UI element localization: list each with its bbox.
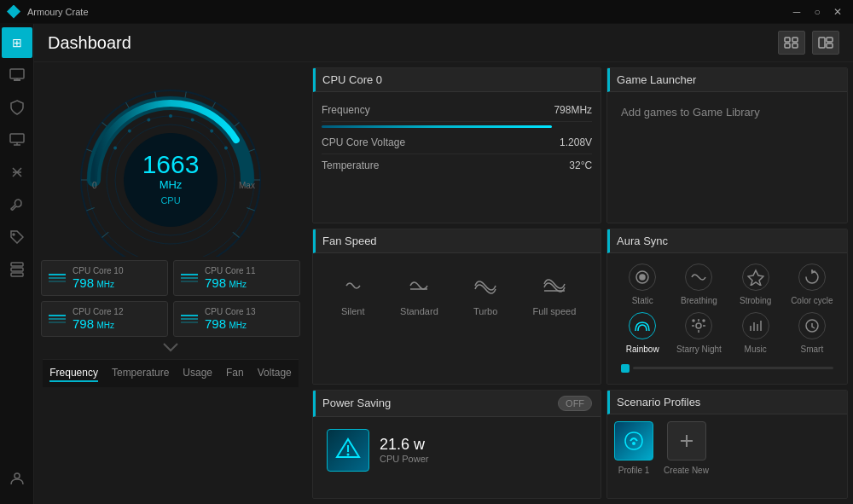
- aura-mode-breathing[interactable]: Breathing: [674, 264, 723, 305]
- middle-panels-row: Fan Speed: [312, 229, 848, 385]
- aura-static-label: Static: [632, 296, 653, 305]
- sidebar-item-tag[interactable]: [2, 222, 32, 252]
- sidebar-item-settings3[interactable]: [2, 189, 32, 220]
- aura-mode-starrynight[interactable]: Starry Night: [674, 312, 723, 354]
- sidebar-item-home[interactable]: ⊞: [2, 27, 32, 58]
- voltage-value: 1.208V: [560, 136, 592, 148]
- main-area: 0 Max 1663 MHz CPU: [34, 62, 853, 504]
- temp-value: 32°C: [569, 159, 592, 171]
- svg-point-37: [113, 146, 117, 150]
- fan-speed-panel: Fan Speed: [312, 229, 601, 385]
- sidebar-item-settings2[interactable]: [2, 157, 32, 188]
- core-11-name: CPU Core 11: [205, 266, 293, 275]
- fan-mode-full[interactable]: Full speed: [533, 270, 577, 316]
- svg-rect-10: [11, 273, 23, 276]
- tab-fan[interactable]: Fan: [226, 365, 244, 382]
- aura-sync-header: Aura Sync: [607, 229, 847, 253]
- svg-rect-12: [785, 38, 790, 42]
- fullspeed-icon: [539, 270, 570, 301]
- aura-mode-rainbow[interactable]: Rainbow: [618, 312, 667, 354]
- minimize-button[interactable]: ─: [788, 3, 805, 20]
- user-icon: [10, 472, 24, 485]
- sidebar-item-device[interactable]: [2, 125, 32, 155]
- cpu-core0-body: Frequency 798MHz CPU Core Voltage 1.208V: [313, 92, 601, 223]
- sidebar-bottom: [2, 463, 32, 501]
- silent-icon: [338, 270, 368, 301]
- svg-rect-17: [827, 38, 833, 42]
- aura-mode-colorcycle[interactable]: Color cycle: [787, 264, 837, 305]
- colorcycle-icon: [798, 264, 826, 291]
- aura-breathing-label: Breathing: [681, 296, 717, 305]
- temp-label: Temperature: [322, 159, 379, 171]
- cpu-core0-header: CPU Core 0: [313, 68, 601, 92]
- maximize-button[interactable]: ○: [809, 3, 826, 20]
- fan-speed-body: Silent: [313, 253, 601, 384]
- create-new-profile[interactable]: Create New: [664, 421, 709, 475]
- power-saving-toggle[interactable]: OFF: [558, 396, 592, 411]
- core-card-12: CPU Core 12 798 MHz: [41, 301, 168, 337]
- breathing-icon: [685, 264, 712, 291]
- aura-sync-panel: Aura Sync: [606, 229, 848, 385]
- profile-1[interactable]: Profile 1: [614, 421, 653, 475]
- music-icon: [742, 312, 769, 339]
- tab-frequency[interactable]: Frequency: [49, 365, 98, 382]
- svg-rect-15: [792, 43, 798, 48]
- aura-slider[interactable]: [614, 361, 840, 376]
- fan-mode-silent[interactable]: Silent: [338, 270, 368, 316]
- cpu-cores-grid: CPU Core 10 798 MHz: [41, 260, 300, 337]
- aura-slider-track: [633, 367, 833, 369]
- profile-1-label: Profile 1: [618, 466, 650, 475]
- game-launcher-panel: Game Launcher Add games to Game Library: [606, 67, 848, 223]
- list-icon: [784, 37, 799, 49]
- tab-usage[interactable]: Usage: [183, 365, 212, 382]
- layout-list-button[interactable]: [778, 31, 805, 55]
- svg-rect-14: [792, 38, 798, 42]
- scenario-header: Scenario Profiles: [607, 391, 847, 414]
- svg-point-69: [632, 442, 635, 445]
- core-12-name: CPU Core 12: [73, 307, 160, 316]
- close-button[interactable]: ✕: [829, 3, 846, 20]
- wrench-icon: [10, 198, 24, 211]
- starrynight-icon: [685, 312, 712, 339]
- profile-1-icon: [614, 421, 653, 461]
- fan-mode-standard[interactable]: Standard: [400, 270, 438, 316]
- expand-chevron[interactable]: [162, 340, 179, 356]
- game-launcher-header: Game Launcher: [607, 68, 847, 92]
- layout-grid-button[interactable]: [812, 31, 839, 55]
- tab-temperature[interactable]: Temperature: [112, 365, 169, 382]
- aura-mode-strobing[interactable]: Strobing: [731, 264, 780, 305]
- freq-label: Frequency: [322, 104, 370, 116]
- svg-line-33: [247, 207, 254, 210]
- sidebar: ⊞: [0, 24, 34, 504]
- core-icon-11: [181, 274, 198, 282]
- standard-icon: [403, 270, 434, 301]
- power-saving-panel: Power Saving OFF: [312, 390, 601, 499]
- sidebar-item-storage[interactable]: [2, 254, 32, 285]
- svg-point-11: [15, 473, 20, 478]
- svg-point-43: [223, 146, 228, 150]
- game-launcher-empty: Add games to Game Library: [621, 106, 760, 119]
- svg-text:1663: 1663: [142, 150, 200, 178]
- sidebar-top: ⊞: [2, 27, 32, 463]
- power-saving-content: 21.6 w CPU Power: [320, 422, 594, 478]
- sidebar-item-user[interactable]: [2, 463, 32, 494]
- power-value: 21.6 w: [380, 436, 587, 454]
- game-launcher-title: Game Launcher: [617, 73, 696, 86]
- aura-mode-music[interactable]: Music: [731, 312, 780, 354]
- svg-text:MHz: MHz: [160, 178, 183, 191]
- sidebar-item-monitor[interactable]: [2, 60, 32, 90]
- tab-voltage[interactable]: Voltage: [258, 365, 292, 382]
- aura-mode-static[interactable]: Static: [618, 264, 667, 305]
- aura-modes-grid: Static Breathing: [614, 257, 840, 361]
- turbo-icon: [470, 270, 501, 301]
- storage-icon: [10, 262, 24, 277]
- aura-mode-smart[interactable]: Smart: [787, 312, 837, 354]
- fan-full-label: Full speed: [533, 306, 577, 316]
- svg-rect-9: [11, 268, 23, 271]
- fan-mode-turbo[interactable]: Turbo: [470, 270, 501, 316]
- metric-frequency: Frequency 798MHz: [322, 99, 592, 122]
- fan-speed-header: Fan Speed: [313, 229, 601, 253]
- core-11-unit: MHz: [229, 280, 247, 289]
- home-icon: ⊞: [12, 36, 22, 49]
- sidebar-item-shield[interactable]: [2, 92, 32, 123]
